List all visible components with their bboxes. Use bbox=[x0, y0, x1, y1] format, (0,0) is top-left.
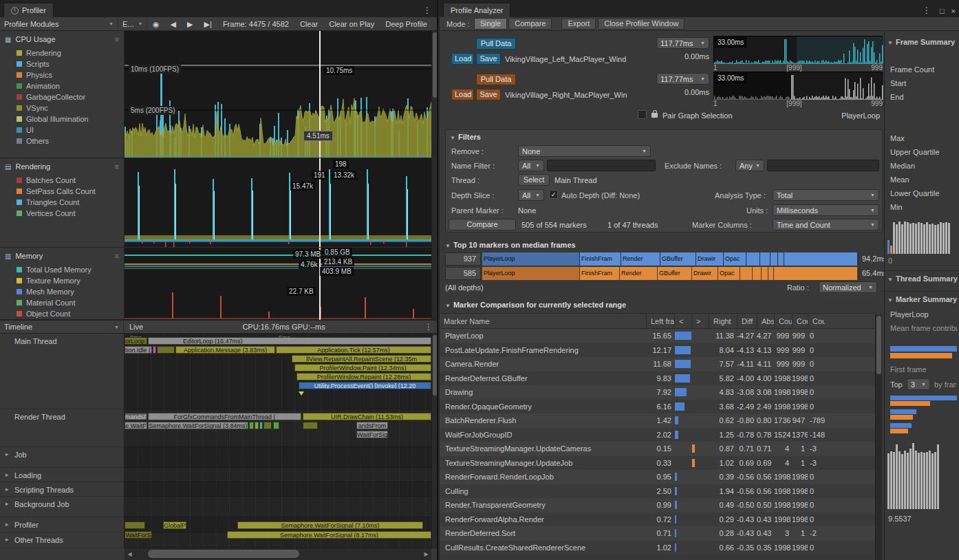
name-filter-mode-dropdown[interactable]: All▼ bbox=[518, 160, 544, 171]
top10-segment[interactable]: PlayerLoop bbox=[482, 252, 580, 266]
top10-segment[interactable]: GBuffer bbox=[660, 252, 696, 266]
cpu-usage-chart[interactable]: 10ms (100FPS) 5ms (200FPS) 10.75ms 4.51m… bbox=[125, 31, 431, 158]
filters-header[interactable]: ▼Filters bbox=[450, 133, 481, 141]
marker-row-renderforwardalpha-render[interactable]: RenderForwardAlpha.Render0.720.29-0.430.… bbox=[440, 513, 875, 527]
right-depth-dropdown[interactable]: 117.77ms▼ bbox=[656, 73, 709, 85]
column-header[interactable]: Count bbox=[808, 314, 825, 328]
timeline-span[interactable]: Application.Message (3.83ms) bbox=[175, 346, 275, 354]
marker-row-renderdeferred-gbuffer[interactable]: RenderDeferred.GBuffer9.835.82-4.004.001… bbox=[440, 371, 875, 386]
thread-row-background-job[interactable]: ▸Background Job bbox=[0, 497, 124, 517]
remove-dropdown[interactable]: None▼ bbox=[518, 145, 651, 157]
legend-item-setpass-calls-count[interactable]: SetPass Calls Count bbox=[0, 186, 124, 197]
timeline-span[interactable]: Application.Tick (12.57ms) bbox=[276, 346, 431, 354]
marker-row-batchrenderer-flush[interactable]: BatchRenderer.Flush1.420.62-0.800.801736… bbox=[440, 413, 875, 428]
module-scrollbar[interactable] bbox=[431, 31, 438, 320]
clear-on-play-button[interactable]: Clear on Play bbox=[323, 17, 380, 31]
scroll-right-icon[interactable]: ▶ bbox=[421, 551, 431, 557]
scrollbar-thumb[interactable] bbox=[876, 316, 881, 374]
export-button[interactable]: Export bbox=[561, 18, 596, 30]
right-frames-graph[interactable]: 33.00ms bbox=[713, 72, 883, 99]
timeline-span[interactable]: ForGfxCommandsFromMainThread ( bbox=[148, 413, 301, 420]
scrollbar-thumb[interactable] bbox=[433, 32, 438, 98]
current-frame-button[interactable]: ▶| bbox=[199, 17, 217, 31]
module-header-cpu-usage[interactable]: ▦CPU Usage≡ bbox=[0, 31, 124, 47]
exclude-names-input[interactable] bbox=[767, 160, 879, 171]
legend-item-animation[interactable]: Animation bbox=[0, 80, 124, 91]
thread-track-job[interactable] bbox=[125, 447, 431, 468]
analyzer-menu-icon[interactable]: ⋮ bbox=[917, 6, 936, 15]
marker-row-renderforward-renderloopjob[interactable]: RenderForward.RenderLoopJob0.950.39-0.56… bbox=[440, 470, 875, 484]
close-icon[interactable]: × bbox=[948, 7, 959, 15]
top10-segment[interactable] bbox=[762, 267, 768, 280]
timeline-span[interactable]: ProfilerWindow.Paint (12.34ms) bbox=[294, 364, 431, 371]
legend-item-garbagecollector[interactable]: GarbageCollector bbox=[0, 91, 124, 103]
load-button-right[interactable]: Load bbox=[451, 89, 474, 100]
marker-row-culling[interactable]: Culling2.501.94-0.560.56199819980 bbox=[440, 484, 875, 499]
deep-profile-button[interactable]: Deep Profile bbox=[380, 17, 433, 31]
auto-depth-checkbox[interactable]: ✓ bbox=[549, 190, 558, 199]
drag-handle-icon[interactable]: ≡ bbox=[115, 252, 119, 260]
marker-row-render-transparentgeometry[interactable]: Render.TransparentGeometry0.990.49-0.500… bbox=[440, 498, 875, 513]
thread-row-other-threads[interactable]: ▸Other Threads bbox=[0, 532, 124, 548]
profiler-window-menu-icon[interactable]: ⋮ bbox=[418, 6, 437, 15]
top10-segment[interactable] bbox=[740, 267, 753, 280]
legend-item-mesh-memory[interactable]: Mesh Memory bbox=[0, 286, 124, 297]
top10-segment[interactable]: PlayerLoop bbox=[482, 267, 580, 280]
rendering-chart[interactable]: 198 191 13.32k 15.47k bbox=[125, 158, 431, 248]
timeline-span[interactable]: e.WaitForSigna bbox=[125, 422, 147, 429]
mode-single-button[interactable]: Single bbox=[474, 18, 508, 30]
legend-item-triangles-count[interactable]: Triangles Count bbox=[0, 197, 124, 208]
top10-header[interactable]: ▼Top 10 markers on median frames bbox=[445, 241, 576, 249]
tab-profiler[interactable]: Profiler bbox=[3, 3, 54, 17]
expand-icon[interactable]: ▸ bbox=[6, 536, 12, 543]
thread-row-main-thread[interactable]: Main Thread bbox=[0, 334, 124, 409]
top10-segment[interactable] bbox=[774, 267, 858, 280]
pull-data-button-left[interactable]: Pull Data bbox=[476, 38, 516, 50]
drag-handle-icon[interactable]: ≡ bbox=[115, 162, 119, 171]
top10-segment[interactable]: Opac bbox=[724, 252, 746, 266]
load-button-left[interactable]: Load bbox=[451, 53, 474, 65]
legend-item-texture-memory[interactable]: Texture Memory bbox=[0, 275, 124, 286]
expand-icon[interactable]: ▸ bbox=[6, 521, 12, 528]
record-button[interactable]: ◉ bbox=[147, 17, 165, 31]
timeline-span[interactable]: WaitForSig bbox=[356, 431, 388, 438]
scroll-left-icon[interactable]: ◀ bbox=[125, 551, 135, 557]
frame-summary-header[interactable]: ▼Frame Summary bbox=[887, 38, 955, 46]
marker-row-texturestreamingmanager-updatejob[interactable]: TextureStreamingManager.UpdateJob0.331.0… bbox=[440, 456, 875, 471]
live-button[interactable]: Live bbox=[124, 320, 149, 334]
timeline-span[interactable] bbox=[255, 422, 259, 429]
top10-segment[interactable]: Opac bbox=[718, 267, 740, 280]
ratio-dropdown[interactable]: Normalized▼ bbox=[819, 281, 877, 293]
top10-segment[interactable]: Drawir bbox=[696, 252, 724, 266]
marker-columns-dropdown[interactable]: Time and Count▼ bbox=[773, 219, 879, 230]
timeline-span[interactable]: llView.RepaintAll.RepaintScene (12.35m bbox=[292, 355, 431, 363]
compare-button[interactable]: Compare bbox=[449, 219, 516, 230]
top10-segment[interactable]: Render bbox=[621, 252, 660, 266]
timeline-span[interactable] bbox=[153, 346, 156, 354]
timeline-span[interactable] bbox=[125, 521, 145, 529]
timeline-span[interactable]: mandsFromM bbox=[125, 413, 147, 420]
legend-item-batches-count[interactable]: Batches Count bbox=[0, 175, 124, 186]
marker-row-playerloop[interactable]: PlayerLoop15.6511.38-4.274.279999990 bbox=[440, 329, 875, 343]
top10-bar[interactable]: PlayerLoopFinishFramRenderGBufferDrawirO… bbox=[482, 267, 859, 280]
legend-item-vertices-count[interactable]: Vertices Count bbox=[0, 208, 124, 219]
timeline-span[interactable]: EditorLoop (16.47ms) bbox=[148, 337, 431, 345]
marker-row-postlateupdate-finishframerendering[interactable]: PostLateUpdate.FinishFrameRendering12.17… bbox=[440, 343, 875, 358]
top10-segment[interactable] bbox=[778, 252, 784, 266]
timeline-span[interactable] bbox=[273, 422, 279, 429]
timeline-span[interactable] bbox=[157, 346, 175, 354]
marker-summary-header[interactable]: ▼Marker Summary bbox=[887, 295, 959, 303]
top10-segment[interactable] bbox=[771, 252, 778, 266]
timeline-track[interactable]: 0ms5msorLoop (1.6EditorLoop (16.47ms)tio… bbox=[125, 334, 431, 548]
target-dropdown[interactable]: E...▼ bbox=[118, 17, 147, 31]
depth-slice-dropdown[interactable]: All▼ bbox=[518, 189, 544, 201]
legend-item-material-count[interactable]: Material Count bbox=[0, 297, 124, 308]
units-dropdown[interactable]: Milliseconds▼ bbox=[773, 204, 879, 216]
thread-track-scripting-threads[interactable] bbox=[125, 482, 431, 497]
legend-item-vsync[interactable]: VSync bbox=[0, 103, 124, 114]
column-header[interactable]: > bbox=[691, 314, 709, 328]
timeline-span[interactable]: Semaphore.WaitForSignal (8.17ms) bbox=[227, 531, 431, 539]
timeline-span[interactable]: UIR.DrawChain (11.53ms) bbox=[303, 413, 431, 420]
top10-segment[interactable] bbox=[746, 252, 760, 266]
save-button-left[interactable]: Save bbox=[476, 53, 501, 65]
